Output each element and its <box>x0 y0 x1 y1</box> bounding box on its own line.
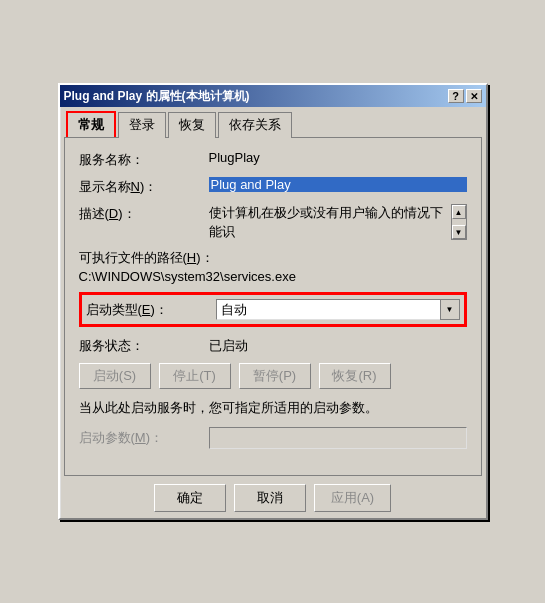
service-status-label: 服务状态： <box>79 337 209 355</box>
startup-type-container: 启动类型(E)： 自动 手动 已禁用 ▼ <box>79 292 467 327</box>
pause-button[interactable]: 暂停(P) <box>239 363 311 389</box>
bottom-buttons: 确定 取消 应用(A) <box>60 476 486 518</box>
service-status-value: 已启动 <box>209 337 248 355</box>
tab-recovery[interactable]: 恢复 <box>168 112 216 138</box>
description-label: 描述(D)： <box>79 204 209 223</box>
description-row: 描述(D)： 使计算机在极少或没有用户输入的情况下能识 ▲ ▼ <box>79 204 467 240</box>
exec-path-label: 可执行文件的路径(H)： <box>79 249 467 267</box>
service-status-row: 服务状态： 已启动 <box>79 337 467 355</box>
window-title: Plug and Play 的属性(本地计算机) <box>64 88 250 105</box>
params-row: 启动参数(M)： <box>79 427 467 449</box>
main-window: Plug and Play 的属性(本地计算机) ? ✕ 常规 登录 恢复 依存… <box>58 83 488 519</box>
tab-login[interactable]: 登录 <box>118 112 166 138</box>
scroll-down-btn[interactable]: ▼ <box>452 225 466 239</box>
stop-button[interactable]: 停止(T) <box>159 363 231 389</box>
dropdown-arrow-icon[interactable]: ▼ <box>440 299 460 320</box>
hint-text: 当从此处启动服务时，您可指定所适用的启动参数。 <box>79 399 467 417</box>
tab-general[interactable]: 常规 <box>66 111 116 137</box>
service-action-buttons: 启动(S) 停止(T) 暂停(P) 恢复(R) <box>79 363 467 389</box>
resume-button[interactable]: 恢复(R) <box>319 363 391 389</box>
exec-path-value: C:\WINDOWS\system32\services.exe <box>79 269 467 284</box>
close-button[interactable]: ✕ <box>466 89 482 103</box>
exec-path-row: 可执行文件的路径(H)： C:\WINDOWS\system32\service… <box>79 249 467 284</box>
startup-select-wrapper: 自动 手动 已禁用 ▼ <box>216 299 460 320</box>
service-name-value: PlugPlay <box>209 150 467 165</box>
cancel-button[interactable]: 取消 <box>234 484 306 512</box>
service-name-label: 服务名称： <box>79 150 209 169</box>
apply-button[interactable]: 应用(A) <box>314 484 391 512</box>
service-name-row: 服务名称： PlugPlay <box>79 150 467 169</box>
help-button[interactable]: ? <box>448 89 464 103</box>
params-input[interactable] <box>209 427 467 449</box>
start-button[interactable]: 启动(S) <box>79 363 151 389</box>
tab-bar: 常规 登录 恢复 依存关系 <box>60 107 486 137</box>
title-bar: Plug and Play 的属性(本地计算机) ? ✕ <box>60 85 486 107</box>
description-value: 使计算机在极少或没有用户输入的情况下能识 <box>209 204 451 240</box>
scroll-up-btn[interactable]: ▲ <box>452 205 466 219</box>
description-scrollbar[interactable]: ▲ ▼ <box>451 204 467 240</box>
display-name-row: 显示名称N)： Plug and Play <box>79 177 467 196</box>
service-status-section: 服务状态： 已启动 启动(S) 停止(T) 暂停(P) 恢复(R) <box>79 337 467 389</box>
ok-button[interactable]: 确定 <box>154 484 226 512</box>
tab-content: 服务名称： PlugPlay 显示名称N)： Plug and Play 描述(… <box>64 137 482 475</box>
display-name-label: 显示名称N)： <box>79 177 209 196</box>
startup-type-select[interactable]: 自动 手动 已禁用 <box>216 299 460 320</box>
startup-type-inner: 启动类型(E)： 自动 手动 已禁用 ▼ <box>82 295 464 324</box>
tab-dependencies[interactable]: 依存关系 <box>218 112 292 138</box>
params-label: 启动参数(M)： <box>79 429 209 447</box>
title-bar-buttons: ? ✕ <box>448 89 482 103</box>
display-name-value: Plug and Play <box>209 177 467 192</box>
startup-type-label: 启动类型(E)： <box>86 300 216 319</box>
